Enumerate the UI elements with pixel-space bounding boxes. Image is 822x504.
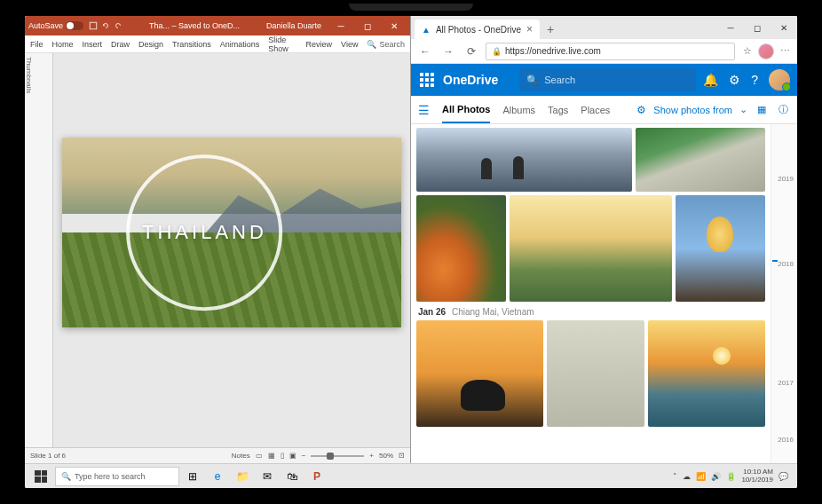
ribbon-tab-insert[interactable]: Insert [83, 40, 103, 49]
redo-icon[interactable] [114, 21, 123, 30]
toggle-switch-icon[interactable] [66, 21, 83, 30]
refresh-button[interactable]: ⟳ [462, 43, 480, 60]
ribbon-tab-transitions[interactable]: Transitions [172, 40, 211, 49]
tab-tags[interactable]: Tags [548, 98, 568, 122]
document-title: Tha... – Saved to OneD... [123, 21, 266, 30]
onedrive-brand[interactable]: OneDrive [443, 73, 498, 87]
ribbon-tab-view[interactable]: View [341, 40, 358, 49]
action-center-icon[interactable]: 💬 [779, 472, 788, 481]
grid-view-icon[interactable]: ▦ [755, 103, 769, 117]
undo-icon[interactable] [101, 21, 110, 30]
close-button[interactable]: ✕ [771, 16, 797, 39]
task-view-icon[interactable]: ⊞ [181, 465, 204, 488]
timeline-year[interactable]: 2019 [778, 175, 794, 183]
ribbon-tab-draw[interactable]: Draw [111, 40, 130, 49]
ribbon-tab-design[interactable]: Design [138, 40, 163, 49]
timeline-marker[interactable] [772, 260, 778, 262]
clock[interactable]: 10:10 AM 10/1/2019 [741, 469, 773, 484]
fit-to-window-icon[interactable]: ⊡ [399, 452, 405, 460]
start-button[interactable] [28, 464, 53, 489]
view-slideshow-icon[interactable]: ▣ [289, 452, 296, 460]
search-icon: 🔍 [367, 40, 376, 49]
app-launcher-icon[interactable] [418, 71, 436, 89]
photo-thumbnail[interactable] [547, 320, 644, 427]
user-name[interactable]: Daniella Duarte [266, 21, 321, 30]
chevron-down-icon[interactable]: ⌄ [739, 104, 747, 115]
photo-thumbnail[interactable] [648, 320, 765, 427]
zoom-level[interactable]: 50% [379, 452, 393, 460]
zoom-in-button[interactable]: + [369, 452, 374, 460]
timeline-year[interactable]: 2016 [778, 436, 794, 444]
tab-all-photos[interactable]: All Photos [442, 97, 490, 123]
settings-icon[interactable]: ⚙ [729, 73, 740, 87]
onedrive-search[interactable]: 🔍 Search [519, 68, 696, 91]
taskbar-search[interactable]: 🔍 Type here to search [55, 467, 179, 486]
profile-avatar-icon[interactable] [758, 43, 774, 59]
network-icon[interactable]: 📶 [696, 472, 706, 481]
notifications-icon[interactable]: 🔔 [703, 73, 718, 87]
onedrive-tray-icon[interactable]: ☁ [683, 472, 691, 481]
powerpoint-taskbar-icon[interactable]: P [305, 465, 328, 488]
save-icon[interactable] [89, 21, 98, 30]
ribbon-tab-home[interactable]: Home [52, 40, 74, 49]
photo-grid[interactable]: Jan 26 Chiang Mai, Vietnam [411, 124, 771, 463]
info-icon[interactable]: ⓘ [776, 103, 790, 117]
tab-places[interactable]: Places [581, 98, 610, 122]
minimize-button[interactable]: ─ [717, 16, 744, 39]
tab-close-button[interactable]: × [526, 23, 533, 35]
view-normal-icon[interactable]: ▭ [256, 452, 263, 460]
timeline-year[interactable]: 2018 [778, 260, 794, 268]
ribbon-tab-animations[interactable]: Animations [220, 40, 260, 49]
slide[interactable]: THAILAND [62, 138, 401, 328]
user-avatar[interactable] [769, 69, 790, 91]
zoom-out-button[interactable]: − [302, 452, 306, 460]
mail-icon[interactable]: ✉ [256, 465, 279, 488]
photo-thumbnail[interactable] [636, 128, 765, 192]
address-bar[interactable]: 🔒 https://onedrive.live.com [486, 43, 735, 60]
battery-icon[interactable]: 🔋 [726, 472, 736, 481]
photo-thumbnail[interactable] [676, 195, 765, 302]
show-photos-from-label[interactable]: Show photos from [653, 105, 732, 115]
slide-canvas-area[interactable]: THAILAND [53, 53, 410, 447]
ribbon-tab-file[interactable]: File [30, 40, 43, 49]
menu-icon[interactable]: ⋯ [778, 44, 792, 59]
file-explorer-icon[interactable]: 📁 [231, 465, 254, 488]
photo-thumbnail[interactable] [510, 195, 671, 302]
tray-chevron-icon[interactable]: ˄ [673, 472, 677, 481]
slide-counter[interactable]: Slide 1 of 6 [30, 452, 66, 460]
tab-albums[interactable]: Albums [502, 98, 535, 122]
maximize-button[interactable]: ◻ [355, 16, 380, 35]
autosave-toggle[interactable]: AutoSave [28, 21, 83, 30]
ribbon-search[interactable]: 🔍 Search [367, 40, 405, 49]
favorite-icon[interactable]: ☆ [740, 44, 755, 59]
minimize-button[interactable]: ─ [328, 16, 353, 35]
slide-title-text[interactable]: THAILAND [142, 221, 267, 244]
tab-title: All Photos - OneDrive [436, 25, 521, 35]
photo-row [416, 128, 765, 192]
photo-thumbnail[interactable] [416, 128, 632, 192]
gear-icon[interactable]: ⚙ [636, 104, 646, 116]
edge-icon[interactable]: e [206, 465, 229, 488]
back-button[interactable]: ← [416, 43, 434, 60]
zoom-slider[interactable] [311, 455, 364, 457]
ribbon-tab-slideshow[interactable]: Slide Show [268, 35, 296, 53]
browser-tab[interactable]: ▲ All Photos - OneDrive × [415, 20, 540, 39]
store-icon[interactable]: 🛍 [281, 465, 304, 488]
view-sorter-icon[interactable]: ▦ [268, 452, 275, 460]
view-reading-icon[interactable]: ▯ [281, 452, 284, 460]
help-icon[interactable]: ? [751, 73, 758, 87]
volume-icon[interactable]: 🔊 [711, 472, 721, 481]
timeline-scrubber[interactable]: 2019 2018 2017 2016 [771, 124, 797, 463]
photo-thumbnail[interactable] [416, 320, 543, 427]
new-tab-button[interactable]: + [540, 20, 561, 39]
ribbon-tab-review[interactable]: Review [306, 40, 333, 49]
timeline-year[interactable]: 2017 [778, 379, 794, 387]
slide-circle-shape[interactable]: THAILAND [127, 154, 283, 311]
hamburger-menu-icon[interactable]: ☰ [418, 103, 430, 117]
forward-button[interactable]: → [439, 43, 457, 60]
notes-button[interactable]: Notes [232, 452, 250, 460]
thumbnails-panel[interactable]: Thumbnails [25, 53, 53, 447]
close-button[interactable]: ✕ [382, 16, 407, 35]
maximize-button[interactable]: ◻ [744, 16, 771, 39]
photo-thumbnail[interactable] [416, 195, 506, 302]
